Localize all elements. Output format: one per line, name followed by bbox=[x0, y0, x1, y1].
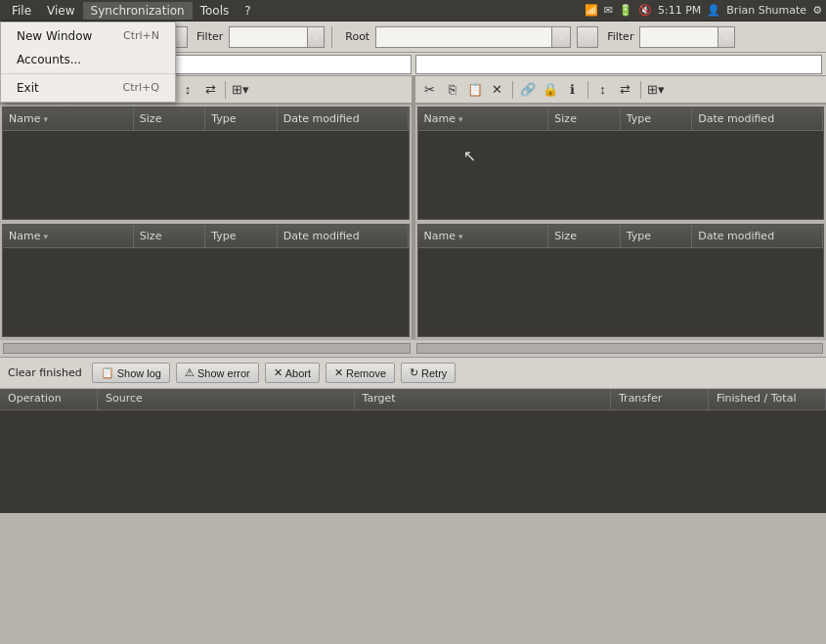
transfer-table-header: Operation Source Target Transfer Finishe… bbox=[0, 389, 826, 410]
file-dropdown-menu: New Window Ctrl+N Accounts... Exit Ctrl+… bbox=[0, 21, 176, 103]
transfer-area: Clear finished 📋 Show log ⚠ Show error ✕… bbox=[0, 357, 826, 513]
right-bottom-size-col-header[interactable]: Size bbox=[548, 225, 620, 247]
right-cut-btn[interactable]: ✂ bbox=[419, 79, 441, 101]
show-log-icon: 📋 bbox=[101, 366, 114, 379]
right-bottom-pane-content[interactable] bbox=[418, 248, 824, 336]
left-pane-column: Name ▾ Size Type Date modified bbox=[0, 105, 412, 339]
right-copy-btn[interactable]: ⎘ bbox=[442, 79, 463, 101]
transfer-col-operation[interactable]: Operation bbox=[0, 389, 98, 409]
retry-button[interactable]: ↻ Retry bbox=[401, 363, 456, 383]
retry-icon: ↻ bbox=[410, 366, 418, 379]
left-bottom-pane-content[interactable] bbox=[3, 248, 409, 336]
left-filter-input[interactable] bbox=[229, 26, 307, 48]
right-bottom-type-col-header[interactable]: Type bbox=[621, 225, 692, 247]
operation-col-label: Operation bbox=[8, 392, 62, 405]
right-address-input[interactable] bbox=[415, 55, 823, 74]
left-bottom-date-col-header[interactable]: Date modified bbox=[278, 225, 409, 247]
right-toolbar-sep2 bbox=[587, 81, 588, 99]
right-bottom-date-col-header[interactable]: Date modified bbox=[692, 225, 823, 247]
right-move-btn[interactable]: ↕ bbox=[592, 79, 614, 101]
left-sync-btn[interactable]: ⇄ bbox=[199, 79, 221, 101]
right-link-btn[interactable]: 🔗 bbox=[517, 79, 539, 101]
menu-view[interactable]: View bbox=[39, 2, 82, 20]
right-top-size-label: Size bbox=[554, 112, 577, 125]
right-top-pane-content[interactable] bbox=[418, 131, 824, 219]
new-window-label: New Window bbox=[17, 29, 92, 43]
right-path-chevron-icon: ▾ bbox=[558, 30, 564, 44]
right-paste-btn[interactable]: 📋 bbox=[464, 79, 486, 101]
right-filter-combo: ▾ bbox=[639, 26, 735, 48]
left-filter-btn[interactable]: ▾ bbox=[307, 26, 325, 48]
right-path-input[interactable] bbox=[375, 26, 551, 48]
right-path-dropdown-btn[interactable]: ▾ bbox=[551, 26, 571, 48]
right-top-type-col-header[interactable]: Type bbox=[621, 107, 692, 130]
right-bottom-date-label: Date modified bbox=[698, 230, 774, 242]
target-col-label: Target bbox=[363, 392, 396, 405]
menu-accounts[interactable]: Accounts... bbox=[1, 48, 175, 71]
left-top-size-col-header[interactable]: Size bbox=[134, 107, 205, 130]
right-top-size-col-header[interactable]: Size bbox=[548, 107, 620, 130]
network-icon: 📶 bbox=[585, 4, 598, 17]
left-top-date-col-header[interactable]: Date modified bbox=[278, 107, 409, 130]
left-top-name-col-header[interactable]: Name ▾ bbox=[3, 107, 134, 130]
remove-button[interactable]: ✕ Remove bbox=[326, 363, 395, 383]
menu-new-window[interactable]: New Window Ctrl+N bbox=[1, 24, 175, 48]
abort-button[interactable]: ✕ Abort bbox=[265, 363, 320, 383]
battery-icon: 🔋 bbox=[619, 4, 632, 17]
remove-label: Remove bbox=[346, 367, 386, 379]
settings-icon[interactable]: ⚙ bbox=[812, 4, 822, 17]
show-log-button[interactable]: 📋 Show log bbox=[92, 363, 170, 383]
right-info-btn[interactable]: ℹ bbox=[562, 79, 584, 101]
time-display: 5:11 PM bbox=[658, 4, 701, 17]
menu-help[interactable]: ? bbox=[237, 2, 258, 20]
menu-file[interactable]: File bbox=[4, 2, 39, 20]
right-top-pane: Name ▾ Size Type Date modified bbox=[417, 107, 825, 220]
right-filter-input[interactable] bbox=[639, 26, 717, 48]
right-filter-btn[interactable]: ▾ bbox=[717, 26, 735, 48]
right-bottom-name-label: Name bbox=[424, 230, 456, 242]
remove-icon: ✕ bbox=[334, 366, 343, 379]
right-delete-btn[interactable]: ✕ bbox=[487, 79, 508, 101]
left-bottom-type-col-header[interactable]: Type bbox=[205, 225, 277, 247]
username-display: Brian Shumate bbox=[726, 4, 806, 17]
menu-synchronization[interactable]: Synchronization bbox=[83, 2, 193, 20]
transfer-col-finished-total[interactable]: Finished / Total bbox=[709, 389, 826, 409]
right-view-btn[interactable]: ⊞▾ bbox=[645, 79, 667, 101]
file-panes-area: Name ▾ Size Type Date modified bbox=[0, 105, 826, 339]
clear-finished-label: Clear finished bbox=[8, 366, 82, 379]
source-col-label: Source bbox=[106, 392, 143, 405]
left-bottom-size-col-header[interactable]: Size bbox=[134, 225, 205, 247]
show-error-label: Show error bbox=[197, 367, 250, 379]
left-filter-combo: ▾ bbox=[229, 26, 325, 48]
left-move-btn[interactable]: ↕ bbox=[177, 79, 198, 101]
left-bottom-date-label: Date modified bbox=[283, 230, 360, 242]
left-bottom-name-col-header[interactable]: Name ▾ bbox=[3, 225, 134, 247]
right-top-name-col-header[interactable]: Name ▾ bbox=[418, 107, 549, 130]
show-error-icon: ⚠ bbox=[185, 366, 195, 379]
new-window-shortcut: Ctrl+N bbox=[123, 29, 159, 43]
right-top-date-col-header[interactable]: Date modified bbox=[692, 107, 823, 130]
right-bottom-name-col-header[interactable]: Name ▾ bbox=[418, 225, 549, 247]
exit-shortcut: Ctrl+Q bbox=[123, 81, 159, 95]
menu-tools[interactable]: Tools bbox=[193, 2, 238, 20]
transfer-content[interactable] bbox=[0, 410, 826, 513]
left-filter-chevron-icon: ▾ bbox=[313, 30, 319, 44]
right-toolbar-sep1 bbox=[512, 81, 513, 99]
right-refresh-btn[interactable]: ↻ bbox=[577, 26, 598, 48]
right-sync-btn[interactable]: ⇄ bbox=[615, 79, 636, 101]
left-top-type-col-header[interactable]: Type bbox=[205, 107, 277, 130]
show-error-button[interactable]: ⚠ Show error bbox=[176, 363, 259, 383]
left-top-pane-content[interactable] bbox=[3, 131, 409, 219]
transfer-col-target[interactable]: Target bbox=[355, 389, 612, 409]
transfer-col-label: Transfer bbox=[619, 392, 662, 405]
right-refresh-icon: ↻ bbox=[583, 30, 592, 44]
right-top-date-label: Date modified bbox=[698, 112, 774, 125]
left-view-btn[interactable]: ⊞▾ bbox=[230, 79, 251, 101]
transfer-col-transfer[interactable]: Transfer bbox=[611, 389, 709, 409]
left-top-name-label: Name bbox=[9, 112, 40, 125]
right-lock-btn[interactable]: 🔒 bbox=[540, 79, 561, 101]
transfer-col-source[interactable]: Source bbox=[98, 389, 355, 409]
right-root-label: Root bbox=[345, 30, 370, 43]
menu-exit[interactable]: Exit Ctrl+Q bbox=[1, 76, 175, 100]
left-toolbar-sep3 bbox=[225, 81, 226, 99]
